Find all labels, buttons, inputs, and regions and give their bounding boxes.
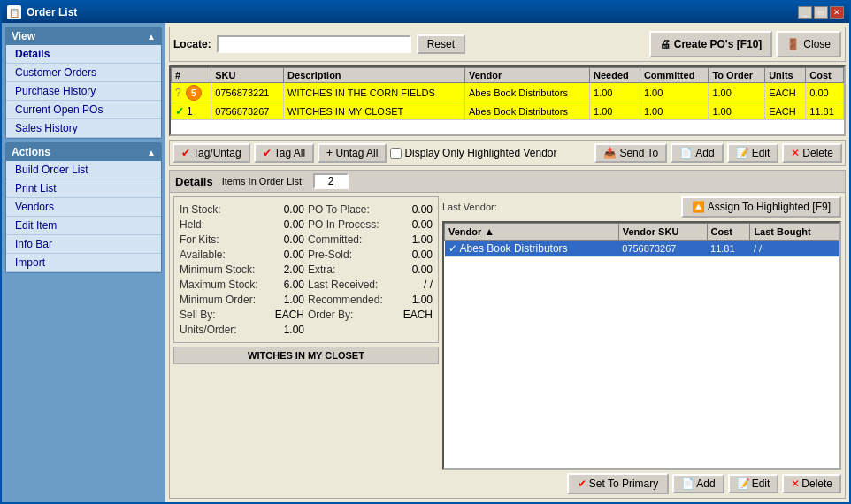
row-cost: 0.00 — [806, 83, 844, 103]
create-po-label: Create PO's [F10] — [674, 38, 763, 50]
units-order-row: Units/Order: 1.00 — [180, 323, 304, 337]
vendor-edit-button[interactable]: 📝 Edit — [728, 474, 779, 493]
tag-all-label: Tag All — [274, 147, 305, 159]
sidebar-item-print-list[interactable]: Print List — [6, 179, 161, 198]
question-mark-icon: ? — [175, 87, 181, 99]
details-section: Details Items In Order List: 2 In Stock: — [169, 170, 846, 499]
max-stock-label: Maximum Stock: — [180, 279, 258, 291]
minimize-button[interactable]: _ — [798, 6, 812, 19]
sidebar-item-details[interactable]: Details — [6, 45, 161, 64]
committed-row: Committed: 1.00 — [308, 233, 433, 247]
vendor-row[interactable]: ✓ Abes Book Distributors 0756873267 11.8… — [445, 241, 840, 257]
vendor-col-last-bought[interactable]: Last Bought — [750, 224, 840, 241]
row-units: EACH — [765, 103, 806, 120]
last-vendor-label: Last Vendor: — [442, 202, 497, 212]
col-num: # — [172, 68, 211, 83]
available-value: 0.00 — [269, 248, 304, 261]
add-button[interactable]: 📄 Add — [671, 143, 723, 163]
vendor-add-button[interactable]: 📄 Add — [672, 474, 724, 493]
row-status: ? 5 — [172, 83, 211, 103]
untag-all-button[interactable]: + Untag All — [318, 143, 387, 163]
restore-button[interactable]: ▭ — [814, 6, 828, 19]
order-by-value: EACH — [397, 309, 433, 321]
reset-button[interactable]: Reset — [417, 34, 465, 54]
row-description: WITCHES IN THE CORN FIELDS — [284, 83, 465, 103]
close-window-button[interactable]: ✕ — [830, 6, 844, 19]
last-received-value: / / — [397, 279, 433, 291]
window-controls: _ ▭ ✕ — [798, 6, 844, 19]
table-row[interactable]: ? 5 0756873221 WITCHES IN THE CORN FIELD… — [172, 83, 844, 103]
vendor-col-sku[interactable]: Vendor SKU — [618, 224, 707, 241]
set-to-primary-button[interactable]: ✔ Set To Primary — [567, 473, 669, 494]
min-order-row: Minimum Order: 1.00 — [180, 293, 304, 307]
sidebar-item-current-open-pos[interactable]: Current Open POs — [6, 101, 161, 119]
po-process-row: PO In Process: 0.00 — [308, 218, 433, 232]
vendor-col-vendor[interactable]: Vendor ▲ — [445, 224, 619, 241]
sidebar-item-vendors[interactable]: Vendors — [6, 198, 161, 217]
delete-button[interactable]: ✕ Delete — [782, 143, 842, 163]
display-only-checkbox[interactable] — [390, 148, 402, 159]
view-section: View ▲ Details Customer Orders Purchase … — [5, 27, 162, 139]
tag-untag-icon: ✔ — [181, 147, 190, 159]
vendor-edit-label: Edit — [752, 477, 770, 490]
send-to-button[interactable]: 📤 Send To — [594, 143, 667, 163]
tag-all-icon: ✔ — [263, 147, 272, 159]
vendor-delete-label: Delete — [801, 477, 832, 490]
sidebar-item-info-bar[interactable]: Info Bar — [6, 235, 161, 254]
edit-button[interactable]: 📝 Edit — [727, 143, 779, 163]
vendor-last-bought: / / — [750, 241, 840, 257]
table-row[interactable]: ✓ 1 0756873267 WITCHES IN MY CLOSET Abes… — [172, 103, 844, 120]
set-primary-label: Set To Primary — [589, 477, 658, 490]
create-po-button[interactable]: 🖨 Create PO's [F10] — [649, 31, 773, 57]
view-section-title: View — [12, 30, 35, 42]
sidebar-item-edit-item[interactable]: Edit Item — [6, 217, 161, 235]
row-description: WITCHES IN MY CLOSET — [284, 103, 465, 120]
extra-row: Extra: 0.00 — [308, 263, 433, 277]
tag-untag-label: Tag/Untag — [193, 147, 242, 159]
checkmark-icon: ✓ — [175, 105, 184, 118]
set-primary-icon: ✔ — [578, 477, 586, 490]
right-panel: Locate: Reset 🖨 Create PO's [F10] 🚪 Clos… — [165, 23, 849, 502]
actions-section-header[interactable]: Actions ▲ — [6, 143, 161, 161]
committed-label: Committed: — [308, 233, 362, 246]
tag-all-button[interactable]: ✔ Tag All — [254, 143, 314, 163]
col-needed: Needed — [590, 68, 640, 83]
assign-icon: 🔼 — [692, 201, 705, 213]
units-order-value: 1.00 — [269, 324, 304, 336]
tag-untag-button[interactable]: ✔ Tag/Untag — [172, 143, 250, 163]
row-sku: 0756873267 — [211, 103, 284, 120]
for-kits-row: For Kits: 0.00 — [180, 233, 304, 247]
header-actions: 🖨 Create PO's [F10] 🚪 Close — [649, 31, 841, 57]
display-only-checkbox-label[interactable]: Display Only Highlighted Vendor — [390, 147, 556, 159]
left-details: In Stock: 0.00 Held: 0.00 For Kits: — [173, 196, 439, 494]
vendor-sku: 0756873267 — [618, 241, 707, 257]
send-to-icon: 📤 — [603, 147, 617, 159]
col-vendor: Vendor — [465, 68, 590, 83]
min-stock-row: Minimum Stock: 2.00 — [180, 263, 304, 277]
for-kits-value: 0.00 — [269, 233, 304, 246]
sidebar-item-sales-history[interactable]: Sales History — [6, 119, 161, 138]
assign-to-highlighted-button[interactable]: 🔼 Assign To Highlighted [F9] — [681, 196, 841, 218]
sidebar-item-customer-orders[interactable]: Customer Orders — [6, 64, 161, 82]
last-received-row: Last Received: / / — [308, 278, 433, 292]
locate-input[interactable] — [217, 35, 411, 53]
display-only-label: Display Only Highlighted Vendor — [404, 147, 556, 159]
sidebar-item-build-order[interactable]: Build Order List — [6, 161, 161, 179]
row-vendor: Abes Book Distributors — [465, 83, 590, 103]
for-kits-label: For Kits: — [180, 233, 219, 246]
items-count-label: Items In Order List: — [222, 176, 305, 187]
details-col-left: In Stock: 0.00 Held: 0.00 For Kits: — [178, 201, 306, 339]
vendor-col-cost[interactable]: Cost — [707, 224, 750, 241]
held-label: Held: — [180, 218, 204, 231]
sidebar-item-import[interactable]: Import — [6, 254, 161, 272]
vendor-actions: ✔ Set To Primary 📄 Add 📝 Edit — [442, 473, 841, 494]
vendor-delete-button[interactable]: ✕ Delete — [782, 474, 841, 493]
in-stock-row: In Stock: 0.00 — [180, 202, 304, 217]
close-button[interactable]: 🚪 Close — [776, 31, 841, 57]
sidebar-item-purchase-history[interactable]: Purchase History — [6, 82, 161, 101]
view-section-header[interactable]: View ▲ — [6, 27, 161, 45]
min-order-label: Minimum Order: — [180, 294, 256, 306]
vendor-delete-icon: ✕ — [791, 477, 800, 490]
actions-section-title: Actions — [12, 146, 50, 158]
locate-bar: Locate: Reset 🖨 Create PO's [F10] 🚪 Clos… — [169, 27, 846, 62]
